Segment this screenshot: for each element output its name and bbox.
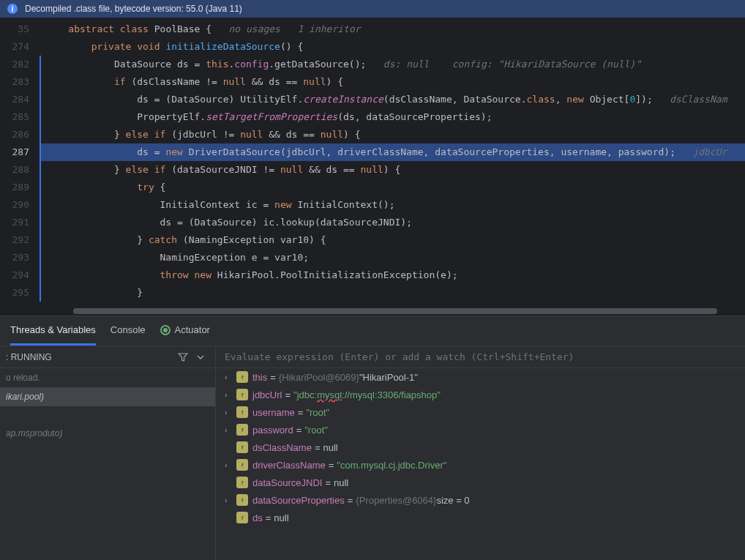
var-row[interactable]: › f driverClassName="com.mysql.cj.jdbc.D… [216, 456, 745, 474]
code-line: PropertyElf.setTargetFromProperties(ds, … [40, 108, 745, 126]
code-line: } else if (jdbcUrl != null && ds == null… [40, 126, 745, 143]
code-line: ds = (DataSource) UtilityElf.createInsta… [40, 91, 745, 108]
horizontal-scrollbar[interactable] [0, 307, 745, 316]
debug-tabs: Threads & Variables Console Actuator [0, 316, 745, 346]
code-line: private void initializeDataSource() { [40, 38, 745, 56]
actuator-icon [160, 325, 171, 335]
expand-icon[interactable]: › [225, 391, 236, 399]
code-line: } else if (dataSourceJNDI != null && ds … [40, 161, 745, 179]
field-icon: f [236, 441, 248, 453]
tab-console[interactable]: Console [111, 316, 146, 346]
expand-icon[interactable]: › [225, 496, 236, 504]
field-icon: f [236, 494, 248, 506]
decompiled-banner: i Decompiled .class file, bytecode versi… [0, 0, 745, 18]
expand-icon[interactable]: › [225, 408, 236, 417]
tab-threads[interactable]: Threads & Variables [10, 316, 96, 346]
field-icon: f [236, 459, 248, 471]
variables-panel: Evaluate expression (Enter) or add a wat… [216, 346, 745, 560]
frame-item[interactable]: ap.msproduto) [0, 424, 215, 443]
tab-actuator[interactable]: Actuator [160, 316, 210, 346]
var-row[interactable]: f dataSourceJNDI=null [216, 474, 745, 491]
var-row[interactable]: f ds=null [216, 509, 745, 526]
var-row[interactable]: › f dataSourceProperties={Properties@606… [216, 491, 745, 509]
field-icon: f [236, 477, 248, 488]
code-line: throw new HikariPool.PoolInitializationE… [40, 266, 745, 284]
frame-item[interactable]: ikari.pool) [0, 387, 215, 406]
field-icon: f [236, 424, 248, 436]
expand-icon[interactable]: › [225, 426, 236, 434]
var-row[interactable]: › f jdbcUrl="jdbc:mysql://mysql:3306/fia… [216, 386, 745, 403]
code-line-current: ds = new DriverDataSource(jdbcUrl, drive… [40, 143, 745, 161]
code-line: abstract class PoolBase { no usages 1 in… [40, 20, 745, 38]
code-line: InitialContext ic = new InitialContext()… [40, 196, 745, 214]
code-area[interactable]: abstract class PoolBase { no usages 1 in… [40, 18, 745, 307]
var-row[interactable]: › f password="root" [216, 421, 745, 438]
field-icon: f [236, 512, 248, 523]
code-line: DataSource ds = this.config.getDataSourc… [40, 56, 745, 73]
code-line: try { [40, 179, 745, 196]
code-line: NamingException e = var10; [40, 249, 745, 266]
filter-icon[interactable] [174, 348, 192, 366]
banner-text: Decompiled .class file, bytecode version… [25, 4, 242, 14]
expand-icon[interactable]: › [225, 461, 236, 469]
var-row[interactable]: › f username="root" [216, 403, 745, 421]
thread-status: : RUNNING [6, 352, 174, 362]
field-icon: f [236, 389, 248, 400]
frames-panel: : RUNNING o reload. ikari.pool) ap.mspro… [0, 346, 216, 560]
code-editor[interactable]: 35 274 282 283 284 285 286 287 288 289 2… [0, 18, 745, 307]
code-line: ds = (DataSource) ic.lookup(dataSourceJN… [40, 214, 745, 231]
code-line: if (dsClassName != null && ds == null) { [40, 73, 745, 91]
var-row[interactable]: f dsClassName=null [216, 438, 745, 456]
code-line: } [40, 284, 745, 302]
chevron-down-icon[interactable] [192, 348, 209, 366]
debug-panel: Threads & Variables Console Actuator : R… [0, 316, 745, 560]
gutter: 35 274 282 283 284 285 286 287 288 289 2… [0, 18, 40, 307]
field-icon: f [236, 371, 248, 383]
field-icon: f [236, 406, 248, 418]
reload-hint: o reload. [0, 368, 215, 387]
expand-icon[interactable]: › [225, 373, 236, 381]
info-icon: i [7, 4, 18, 14]
watch-input[interactable]: Evaluate expression (Enter) or add a wat… [216, 346, 745, 368]
code-line: } catch (NamingException var10) { [40, 231, 745, 249]
var-row[interactable]: › f this={HikariPool@6069} "HikariPool-1… [216, 368, 745, 386]
